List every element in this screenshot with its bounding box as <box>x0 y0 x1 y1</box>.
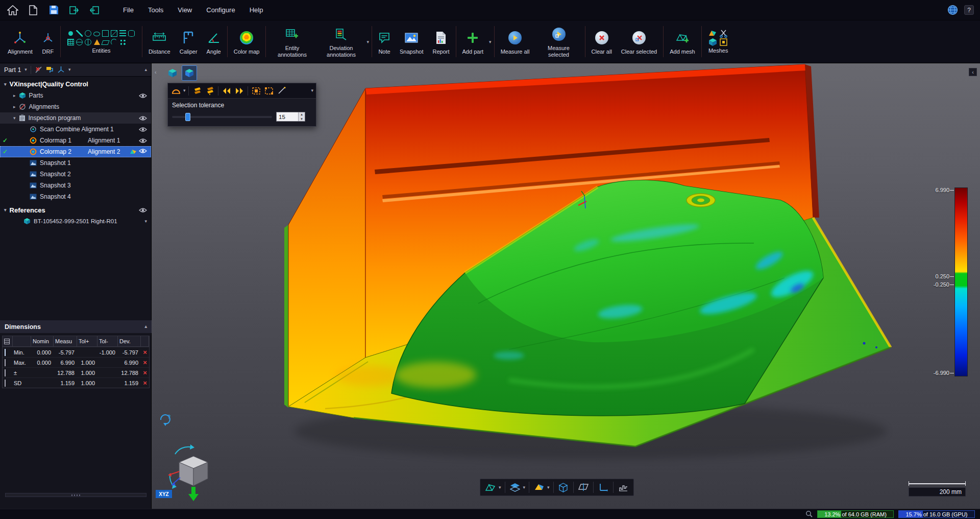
tree-item-inspection-program[interactable]: ▾ Inspection program <box>0 112 151 124</box>
magnifier-icon[interactable] <box>805 510 813 518</box>
clipping-plane-icon[interactable] <box>577 481 590 493</box>
entity-grid-icon[interactable] <box>67 39 74 45</box>
save-icon[interactable] <box>47 4 60 17</box>
export-session-icon[interactable] <box>88 4 101 17</box>
collapse-left-chevron-icon[interactable]: ‹ <box>155 69 157 75</box>
tree-item-colormap-1[interactable]: ✓ Colormap 1 Alignment 1 <box>0 135 151 146</box>
row-checkbox[interactable] <box>5 359 6 366</box>
tree-root-vxinspect[interactable]: ▾ VXinspect|Quality Control <box>0 79 151 90</box>
selection-mode-dropdown-icon[interactable]: ▾ <box>183 88 186 93</box>
tolerance-value-input[interactable] <box>277 112 298 121</box>
table-row-max[interactable]: Max. 0.000 6.990 1.000 6.990 × <box>3 357 149 367</box>
ribbon-report-button[interactable]: Report <box>428 22 454 61</box>
help-icon[interactable]: ? <box>964 5 974 15</box>
spinner-down-icon[interactable]: ▾ <box>299 117 305 122</box>
menu-view[interactable]: View <box>172 4 198 16</box>
ribbon-measure-all-button[interactable]: Measure all <box>496 22 534 61</box>
alignment-tool-icon[interactable] <box>57 66 65 74</box>
mesh-merge-icon[interactable] <box>707 36 719 48</box>
axes-display-icon[interactable] <box>597 481 609 493</box>
ribbon-drf-button[interactable]: DRF <box>37 22 59 61</box>
colormap-tool-icon[interactable] <box>46 66 54 74</box>
ribbon-snapshot-button[interactable]: Snapshot <box>395 22 428 61</box>
menu-tools[interactable]: Tools <box>142 4 169 16</box>
col-measured[interactable]: Measu <box>54 336 77 346</box>
dome-selection-icon[interactable] <box>170 85 182 97</box>
ribbon-clear-selected-button[interactable]: Clear selected <box>617 22 662 61</box>
wireframe-cube-icon[interactable] <box>557 481 570 493</box>
shrink-selection-icon[interactable] <box>234 85 245 97</box>
new-document-icon[interactable] <box>27 4 40 17</box>
menu-configure[interactable]: Configure <box>201 4 240 16</box>
viewport-tab-2[interactable] <box>182 65 197 81</box>
mesh-display-icon[interactable] <box>484 481 497 493</box>
tree-item-snapshot-2[interactable]: Snapshot 2 <box>0 169 151 180</box>
entity-box-icon[interactable] <box>111 30 117 37</box>
home-icon[interactable] <box>6 4 19 17</box>
tolerance-slider[interactable] <box>172 116 272 118</box>
tree-item-snapshot-4[interactable]: Snapshot 4 <box>0 191 151 202</box>
histogram-icon[interactable] <box>617 481 629 493</box>
ribbon-colormap-button[interactable]: Color map <box>229 22 264 61</box>
entity-line-icon[interactable] <box>76 30 83 37</box>
globe-icon[interactable] <box>946 4 959 17</box>
chevron-expand-icon[interactable]: ▾ <box>144 219 147 224</box>
ribbon-angle-button[interactable]: Angle <box>202 22 226 61</box>
part-selector-dropdown-icon[interactable]: ▾ <box>24 67 27 72</box>
chevron-down-icon[interactable]: ▾ <box>4 208 7 213</box>
tree-item-reference-mesh[interactable]: BT-105452-999-2501 Right-R01 ▾ <box>0 216 151 227</box>
entity-arc-icon[interactable] <box>111 39 117 45</box>
entity-globe-icon[interactable] <box>85 39 91 45</box>
collapse-panel-icon[interactable]: ▴ <box>144 67 147 72</box>
tree-item-snapshot-1[interactable]: Snapshot 1 <box>0 157 151 169</box>
scroll-right-chevron-icon[interactable]: ‹ <box>969 68 977 76</box>
eye-icon[interactable] <box>139 93 147 99</box>
col-tol-plus[interactable]: Tol+ <box>77 336 97 346</box>
tree-item-colormap-2[interactable]: ✓ Colormap 2 Alignment 2 <box>0 146 151 157</box>
tree-item-parts[interactable]: ▸ Parts <box>0 90 151 101</box>
row-checkbox[interactable] <box>5 380 6 387</box>
eye-icon[interactable] <box>139 127 147 132</box>
ribbon-note-button[interactable]: Note <box>374 22 395 61</box>
navigation-cube[interactable]: XYZ <box>156 444 222 508</box>
table-row-plusminus[interactable]: ± 12.788 1.000 12.788 × <box>3 367 149 378</box>
eye-icon[interactable] <box>139 115 147 121</box>
tree-item-scan-combine[interactable]: Scan Combine Alignment 1 <box>0 124 151 135</box>
ribbon-caliper-button[interactable]: Caliper <box>175 22 202 61</box>
col-deviation[interactable]: Dev. <box>118 336 141 346</box>
viewport-tab-1[interactable] <box>165 65 180 81</box>
entity-sphere-icon[interactable] <box>76 39 83 45</box>
part-selector-label[interactable]: Part 1 <box>4 66 21 74</box>
rotation-helper-icon[interactable]: ? <box>159 413 172 428</box>
eye-icon[interactable] <box>139 207 147 213</box>
ribbon-add-part-button[interactable]: Add part <box>458 22 488 61</box>
menu-help[interactable]: Help <box>244 4 269 16</box>
panel-splitter[interactable] <box>5 493 146 497</box>
col-nominal[interactable]: Nomin <box>31 336 54 346</box>
select-visible-icon[interactable] <box>204 85 215 97</box>
ribbon-measure-selected-button[interactable]: Measure selected <box>534 22 583 61</box>
eye-icon[interactable] <box>139 148 147 155</box>
grow-selection-icon[interactable] <box>221 85 232 97</box>
spinner-up-icon[interactable]: ▴ <box>299 112 305 117</box>
collapse-dimensions-icon[interactable]: ▴ <box>144 324 147 329</box>
chevron-down-icon[interactable]: ▾ <box>4 82 7 87</box>
add-part-dropdown-icon[interactable]: ▾ <box>488 39 493 44</box>
toolbar-overflow-dropdown-icon[interactable]: ▾ <box>311 88 313 93</box>
entity-ellipse-icon[interactable] <box>93 32 100 36</box>
table-row-sd[interactable]: SD 1.159 1.000 1.159 × <box>3 378 149 388</box>
entity-cone-icon[interactable] <box>94 39 100 45</box>
tree-section-references[interactable]: ▾ References <box>0 204 151 216</box>
tolerance-slider-handle[interactable] <box>185 113 190 121</box>
viewport-3d[interactable]: ‹ ‹ ▾ <box>152 63 980 509</box>
entity-cylinder-icon[interactable] <box>128 30 135 37</box>
entity-circle-icon[interactable] <box>85 30 91 37</box>
invert-selection-icon[interactable] <box>251 85 262 97</box>
mesh-fill-icon[interactable] <box>718 36 729 48</box>
ribbon-meshes-group[interactable]: Meshes <box>703 22 733 61</box>
col-tol-minus[interactable]: Tol- <box>97 336 118 346</box>
entity-point-icon[interactable] <box>68 31 73 36</box>
detach-part-icon[interactable] <box>35 66 42 74</box>
import-session-icon[interactable] <box>67 4 81 17</box>
eye-icon[interactable] <box>139 138 147 144</box>
